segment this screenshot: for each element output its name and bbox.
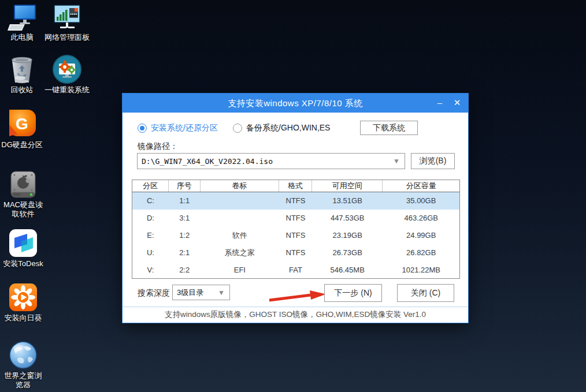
- table-cell: C:: [132, 192, 169, 210]
- table-cell: 1:2: [169, 227, 201, 244]
- installer-dialog: 支持安装windows XP/7/8/10 系统 – ✕ 安装系统/还原分区 备…: [122, 93, 469, 323]
- image-path-combobox[interactable]: D:\G_WIN7_X64_OK_V2022.04.iso ▼: [137, 153, 405, 169]
- table-row[interactable]: E:1:2软件NTFS23.19GB24.99GB: [132, 227, 459, 244]
- table-cell: 546.45MB: [312, 262, 383, 279]
- partition-table-body: C:1:1NTFS13.51GB35.00GBD:3:1NTFS447.53GB…: [132, 192, 459, 279]
- table-cell: EFI: [201, 262, 280, 279]
- dialog-titlebar[interactable]: 支持安装windows XP/7/8/10 系统 – ✕: [123, 94, 468, 113]
- table-cell: 1:1: [169, 192, 201, 210]
- table-cell: 3:1: [169, 210, 201, 227]
- this-pc-icon: [8, 3, 36, 31]
- search-depth-label: 搜索深度: [138, 288, 170, 298]
- next-step-button[interactable]: 下一步 (N): [324, 284, 382, 302]
- desktop-icon-label: 回收站: [11, 85, 34, 95]
- table-row[interactable]: C:1:1NTFS13.51GB35.00GB: [132, 192, 459, 210]
- desktop-icon-label: 世界之窗浏览器: [1, 371, 45, 390]
- desktop-icon-mac-disk-reader[interactable]: MAC硬盘读取软件: [1, 171, 45, 219]
- sunflower-icon: [9, 284, 38, 312]
- desktop-icon-dg-partition[interactable]: G DG硬盘分区: [1, 111, 43, 150]
- red-pointer-arrow: [268, 290, 327, 303]
- dg-partition-icon: G: [7, 111, 37, 139]
- table-cell: 26.73GB: [312, 244, 383, 262]
- desktop-icon-label: 安装向日葵: [5, 313, 42, 323]
- radio-backup-label: 备份系统/GHO,WIN,ES: [246, 123, 330, 133]
- table-cell: 软件: [201, 227, 280, 244]
- table-cell: 26.82GB: [383, 244, 459, 262]
- table-cell: [201, 192, 280, 210]
- globe-browser-icon: [9, 342, 38, 369]
- radio-install-label: 安装系统/还原分区: [151, 123, 218, 133]
- desktop-icon-label: DG硬盘分区: [1, 140, 43, 150]
- download-system-button[interactable]: 下载系统: [360, 121, 418, 135]
- table-cell: U:: [132, 244, 169, 262]
- recycle-bin-icon: [11, 56, 33, 84]
- desktop-background: 此电脑 网络管理面板: [0, 0, 586, 392]
- table-cell: 447.53GB: [312, 210, 383, 227]
- table-cell: NTFS: [279, 210, 312, 227]
- chevron-down-icon: ▼: [218, 289, 229, 297]
- desktop-icon-label: 网络管理面板: [44, 33, 90, 42]
- table-row[interactable]: V:2:2EFIFAT546.45MB1021.22MB: [132, 262, 459, 279]
- desktop-icon-install-sunflower[interactable]: 安装向日葵: [1, 284, 45, 323]
- close-button[interactable]: ✕: [448, 94, 466, 113]
- table-cell: 35.00GB: [383, 192, 459, 210]
- desktop-icon-recycle-bin[interactable]: 回收站: [1, 56, 43, 95]
- desktop-icon-label: 此电脑: [11, 33, 34, 42]
- column-header[interactable]: 格式: [279, 180, 312, 192]
- desktop-icon-label: 一键重装系统: [44, 85, 90, 95]
- table-cell: NTFS: [279, 192, 312, 210]
- table-cell: 13.51GB: [312, 192, 383, 210]
- column-header[interactable]: 可用空间: [312, 180, 383, 192]
- dialog-title: 支持安装windows XP/7/8/10 系统: [123, 94, 468, 113]
- partition-table: 分区序号卷标格式可用空间分区容量 C:1:1NTFS13.51GB35.00GB…: [132, 180, 460, 279]
- radio-install-system[interactable]: 安装系统/还原分区: [138, 123, 218, 133]
- desktop-icon-label: 安装ToDesk: [3, 259, 43, 268]
- search-depth-dropdown[interactable]: 3级目录 ▼: [172, 285, 230, 300]
- table-cell: 2:1: [169, 244, 201, 262]
- network-panel-icon: [53, 3, 81, 31]
- column-header[interactable]: 序号: [169, 180, 201, 192]
- minimize-button[interactable]: –: [431, 94, 448, 113]
- table-row[interactable]: D:3:1NTFS447.53GB463.26GB: [132, 210, 459, 227]
- partition-table-header: 分区序号卷标格式可用空间分区容量: [132, 180, 459, 192]
- table-cell: NTFS: [279, 227, 312, 244]
- desktop-icon-world-browser[interactable]: 世界之窗浏览器: [1, 342, 45, 390]
- desktop-icon-this-pc[interactable]: 此电脑: [1, 3, 43, 42]
- column-header[interactable]: 分区: [132, 180, 169, 192]
- todesk-icon: [9, 230, 38, 257]
- chevron-down-icon[interactable]: ▼: [393, 157, 405, 165]
- desktop-icon-network-panel[interactable]: 网络管理面板: [43, 3, 91, 42]
- table-cell: 23.19GB: [312, 227, 383, 244]
- column-header[interactable]: 卷标: [201, 180, 280, 192]
- table-row[interactable]: U:2:1系统之家NTFS26.73GB26.82GB: [132, 244, 459, 262]
- table-cell: [201, 210, 280, 227]
- table-cell: 24.99GB: [383, 227, 459, 244]
- table-cell: 463.26GB: [383, 210, 459, 227]
- image-path-value: D:\G_WIN7_X64_OK_V2022.04.iso: [138, 157, 393, 166]
- desktop-icon-label: MAC硬盘读取软件: [1, 200, 45, 219]
- radio-unselected-icon: [233, 124, 242, 133]
- column-header[interactable]: 分区容量: [383, 180, 459, 192]
- table-cell: V:: [132, 262, 169, 279]
- radio-selected-icon: [138, 124, 147, 133]
- table-cell: 1021.22MB: [383, 262, 459, 279]
- one-click-reinstall-icon: [53, 56, 81, 84]
- table-cell: D:: [132, 210, 169, 227]
- radio-backup-system[interactable]: 备份系统/GHO,WIN,ES: [233, 123, 330, 133]
- status-bar: 支持windows原版镜像，GHOST ISO镜像，GHO,WIM,ESD镜像安…: [123, 307, 468, 323]
- table-cell: FAT: [279, 262, 312, 279]
- svg-text:G: G: [16, 115, 28, 133]
- desktop-icon-install-todesk[interactable]: 安装ToDesk: [1, 230, 45, 268]
- browse-button[interactable]: 浏览(B): [411, 153, 455, 169]
- table-cell: E:: [132, 227, 169, 244]
- close-dialog-button[interactable]: 关闭 (C): [397, 284, 454, 302]
- table-cell: NTFS: [279, 244, 312, 262]
- image-path-label: 镜像路径：: [138, 141, 178, 152]
- mac-disk-reader-icon: [9, 171, 37, 199]
- table-cell: 2:2: [169, 262, 201, 279]
- search-depth-value: 3级目录: [173, 288, 218, 298]
- desktop-icon-one-click-reinstall[interactable]: 一键重装系统: [43, 56, 91, 95]
- table-cell: 系统之家: [201, 244, 280, 262]
